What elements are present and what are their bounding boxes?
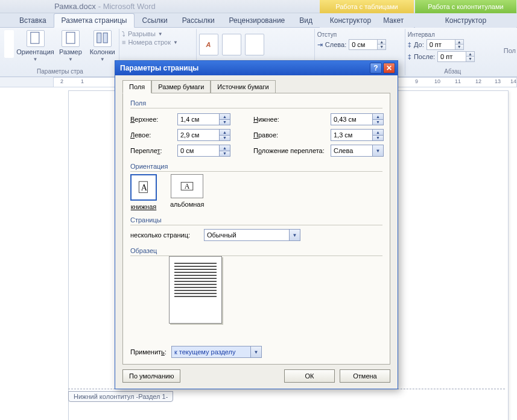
- multiple-pages-combo[interactable]: Обычный▼: [204, 229, 300, 241]
- apply-to-combo[interactable]: к текущему разделу▼: [171, 346, 262, 358]
- app-name: - Microsoft Word: [98, 2, 156, 11]
- dialog-tabs: Поля Размер бумаги Источник бумаги: [122, 80, 390, 93]
- svg-text:A: A: [141, 183, 148, 192]
- breaks-menu[interactable]: ⤵Разрывы▼: [122, 30, 178, 37]
- tab-mailings[interactable]: Рассылки: [175, 14, 222, 27]
- preview-thumbnail: [169, 256, 222, 324]
- section-pages-label: Страницы: [130, 216, 162, 224]
- margin-bottom-label: Нижнее:: [241, 116, 326, 123]
- spin-up-icon[interactable]: ▲: [377, 40, 385, 45]
- spacing-before-input[interactable]: ▲▼: [427, 39, 464, 50]
- context-group-tables-label: Работа с таблицами: [320, 0, 414, 13]
- context-group-tables: Работа с таблицами Конструктор Макет: [320, 0, 414, 28]
- dialog-tab-fields[interactable]: Поля: [122, 80, 151, 93]
- margin-right-input[interactable]: ▲▼: [331, 129, 384, 141]
- page-setup-dialog: Параметры страницы ? ✕ Поля Размер бумаг…: [115, 60, 398, 389]
- indent-heading: Отступ: [317, 31, 402, 38]
- page-color-icon[interactable]: [222, 34, 241, 55]
- orientation-icon: [27, 30, 45, 47]
- portrait-icon: A: [130, 174, 157, 201]
- gutter-position-label: Положение переплета:: [241, 147, 326, 154]
- orientation-landscape[interactable]: A альбомная: [170, 174, 204, 210]
- spin-down-icon[interactable]: ▼: [377, 45, 385, 49]
- svg-rect-1: [66, 33, 75, 44]
- watermark-icon[interactable]: A: [199, 34, 218, 55]
- help-button[interactable]: ?: [370, 63, 382, 74]
- spacing-after-label: После:: [414, 53, 435, 60]
- multiple-pages-label: несколько страниц:: [130, 231, 198, 239]
- ok-button[interactable]: ОК: [284, 369, 335, 383]
- margin-bottom-input[interactable]: ▲▼: [331, 113, 384, 125]
- svg-rect-3: [103, 33, 107, 43]
- svg-rect-2: [97, 33, 101, 43]
- size-button[interactable]: Размер ▼: [57, 30, 85, 62]
- gutter-label: Переплет:: [130, 147, 173, 154]
- indent-left-input[interactable]: ▲▼: [349, 39, 386, 50]
- indent-left-label: Слева:: [325, 41, 346, 48]
- spacing-heading: Интервал: [408, 31, 498, 38]
- gutter-input[interactable]: ▲▼: [177, 145, 230, 157]
- spacing-before-label: До:: [414, 41, 424, 48]
- tab-insert[interactable]: Вставка: [12, 14, 54, 27]
- tab-page-layout[interactable]: Разметка страницы: [54, 13, 135, 28]
- line-numbers-menu[interactable]: ≡Номера строк▼: [122, 39, 178, 46]
- group-label-paragraph: Абзац: [408, 67, 498, 75]
- columns-button[interactable]: Колонки ▼: [88, 30, 116, 62]
- document-name: Рамка.docx: [54, 2, 96, 11]
- dialog-title: Параметры страницы: [120, 64, 198, 72]
- margin-left-input[interactable]: ▲▼: [177, 129, 230, 141]
- context-group-headers: Работа с колонтитулами Конструктор: [415, 0, 516, 28]
- tab-view[interactable]: Вид: [292, 14, 320, 27]
- svg-rect-0: [30, 33, 39, 44]
- landscape-icon: A: [171, 174, 203, 198]
- orientation-portrait[interactable]: A книжная: [130, 174, 157, 210]
- gutter-position-combo[interactable]: Слева▼: [331, 145, 384, 157]
- orientation-button[interactable]: Ориентация ▼: [18, 30, 53, 62]
- tab-header-design[interactable]: Конструктор: [445, 16, 486, 25]
- chevron-down-icon[interactable]: ▼: [372, 145, 383, 156]
- margin-right-label: Правое:: [241, 131, 326, 139]
- svg-text:A: A: [185, 182, 190, 190]
- margin-top-label: Верхнее:: [130, 116, 173, 123]
- group-label-page-setup: Параметры стра: [4, 67, 116, 75]
- page-size-icon: [62, 30, 80, 47]
- footer-section-tab[interactable]: Нижний колонтитул -Раздел 1-: [68, 391, 173, 402]
- section-orientation-label: Ориентация: [130, 163, 168, 170]
- chevron-down-icon: ▼: [68, 57, 73, 62]
- chevron-down-icon[interactable]: ▼: [289, 230, 300, 240]
- dialog-tab-paper-size[interactable]: Размер бумаги: [151, 80, 211, 93]
- spacing-after-input[interactable]: ▲▼: [437, 51, 475, 62]
- default-button[interactable]: По умолчанию: [122, 369, 180, 383]
- page-borders-icon[interactable]: [245, 34, 264, 55]
- columns-icon: [94, 30, 112, 47]
- apply-to-label: Применить:: [130, 348, 167, 356]
- context-group-headers-label: Работа с колонтитулами: [415, 0, 516, 13]
- tab-review[interactable]: Рецензирование: [222, 14, 293, 27]
- close-button[interactable]: ✕: [383, 63, 395, 74]
- dialog-titlebar[interactable]: Параметры страницы ? ✕: [115, 61, 398, 75]
- section-preview-label: Образец: [130, 247, 157, 254]
- cancel-button[interactable]: Отмена: [340, 369, 390, 383]
- tab-table-design[interactable]: Конструктор: [330, 16, 371, 25]
- tab-links[interactable]: Ссылки: [135, 14, 174, 27]
- chevron-down-icon: ▼: [33, 57, 38, 62]
- chevron-down-icon[interactable]: ▼: [250, 346, 261, 357]
- truncated-label: Пол: [500, 29, 516, 75]
- margin-left-label: Левое:: [130, 131, 173, 139]
- dialog-tab-paper-source[interactable]: Источник бумаги: [211, 80, 275, 93]
- section-fields-label: Поля: [130, 99, 146, 107]
- chevron-down-icon: ▼: [100, 57, 105, 62]
- tab-table-layout[interactable]: Макет: [383, 16, 404, 25]
- margin-top-input[interactable]: ▲▼: [177, 113, 230, 125]
